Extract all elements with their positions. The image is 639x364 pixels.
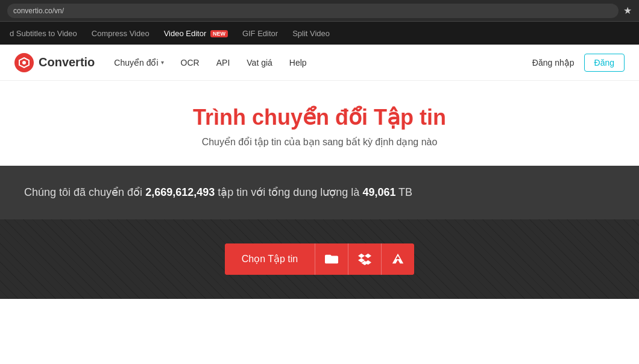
tools-bar-item-video-editor[interactable]: Video Editor NEW — [164, 29, 228, 38]
nav-link-pricing[interactable]: Vat giá — [247, 58, 272, 67]
stats-prefix: Chúng tôi đã chuyển đổi — [24, 186, 145, 198]
folder-icon-button[interactable] — [315, 243, 348, 275]
stats-middle: tập tin với tổng dung lượng là — [215, 186, 362, 198]
stats-size: 49,061 — [362, 186, 395, 198]
stats-text: Chúng tôi đã chuyển đổi 2,669,612,493 tậ… — [24, 184, 615, 201]
bookmark-icon[interactable]: ★ — [623, 5, 632, 16]
gdrive-icon — [391, 253, 404, 266]
login-button[interactable]: Đăng nhập — [532, 58, 574, 67]
svg-point-0 — [22, 61, 26, 64]
register-button[interactable]: Đăng — [584, 54, 625, 72]
stats-suffix: TB — [395, 186, 412, 198]
stats-count: 2,669,612,493 — [145, 186, 215, 198]
stats-section: Chúng tôi đã chuyển đổi 2,669,612,493 tậ… — [0, 166, 639, 219]
new-badge: NEW — [210, 30, 228, 37]
url-text: convertio.co/vn/ — [13, 7, 64, 15]
upload-bar: Chọn Tập tin — [225, 243, 415, 275]
choose-file-button[interactable]: Chọn Tập tin — [225, 243, 315, 275]
logo-text: Convertio — [39, 55, 95, 69]
gdrive-icon-button[interactable] — [382, 243, 414, 275]
tools-bar-item-split[interactable]: Split Video — [292, 29, 330, 38]
tools-bar-item-compress[interactable]: Compress Video — [92, 29, 150, 38]
browser-chrome: convertio.co/vn/ ★ — [0, 0, 639, 22]
nav-link-convert[interactable]: Chuyển đổi ▾ — [114, 58, 163, 67]
dropbox-icon-button[interactable] — [348, 243, 381, 275]
nav-link-ocr[interactable]: OCR — [181, 58, 200, 67]
url-bar[interactable]: convertio.co/vn/ — [7, 4, 619, 18]
upload-section: Chọn Tập tin — [0, 219, 639, 299]
hero-title: Trình chuyển đổi Tập tin — [12, 105, 627, 130]
nav-link-help[interactable]: Help — [289, 58, 307, 67]
nav-links: Chuyển đổi ▾ OCR API Vat giá Help — [114, 58, 532, 67]
logo-area: Convertio — [14, 53, 95, 72]
hero-section: Trình chuyển đổi Tập tin Chuyển đổi tập … — [0, 81, 639, 166]
tools-bar-item-subtitles[interactable]: d Subtitles to Video — [10, 29, 77, 38]
dropbox-icon — [358, 253, 371, 266]
nav-right: Đăng nhập Đăng — [532, 54, 625, 72]
folder-icon — [325, 253, 338, 266]
tools-bar-item-gif[interactable]: GIF Editor — [242, 29, 278, 38]
tools-bar: d Subtitles to Video Compress Video Vide… — [0, 22, 639, 45]
hero-subtitle: Chuyển đổi tập tin của bạn sang bất kỳ đ… — [12, 136, 627, 148]
nav-link-api[interactable]: API — [216, 58, 230, 67]
main-nav: Convertio Chuyển đổi ▾ OCR API Vat giá H… — [0, 45, 639, 81]
logo-icon — [14, 53, 34, 72]
chevron-down-icon: ▾ — [161, 59, 164, 66]
